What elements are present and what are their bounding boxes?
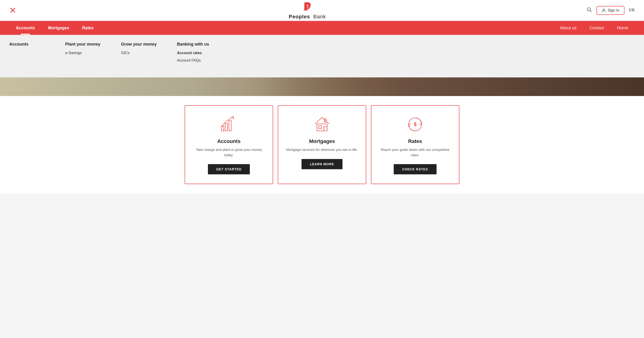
dropdown-col-banking: Banking with us Account rates Account FA… (177, 42, 214, 66)
dropdown-item-account-faqs[interactable]: Account FAQs (177, 58, 214, 62)
svg-point-3 (603, 9, 605, 11)
dropdown-title-accounts: Accounts (9, 42, 46, 47)
header: ✕ 𝐏 Peoples Bank Sign In FR (0, 0, 644, 21)
dropdown-title-grow: Grow your money (121, 42, 158, 47)
dropdown-col-plant: Plant your money e-Savings (65, 42, 102, 66)
logo-bold: Peoples (289, 14, 310, 19)
language-toggle[interactable]: FR (629, 8, 635, 13)
mortgages-card-title: Mortgages (309, 138, 335, 144)
dropdown-title-plant: Plant your money (65, 42, 102, 47)
dropdown-col-accounts: Accounts (9, 42, 46, 66)
navbar-left: Accounts Mortgages Rates (9, 21, 100, 35)
check-rates-button[interactable]: CHECK RATES (394, 164, 436, 174)
card-rates: $ Rates Reach your goals faster with our… (371, 105, 459, 184)
nav-rates[interactable]: Rates (76, 21, 100, 35)
hero-image (0, 77, 644, 96)
logo-icon: 𝐏 (301, 1, 314, 13)
logo-text: Peoples Bank (289, 14, 326, 20)
card-accounts: Accounts Take charge and plant or grow y… (185, 105, 273, 184)
accounts-card-icon (220, 115, 238, 134)
dropdown-title-banking: Banking with us (177, 42, 214, 47)
mortgages-card-icon (313, 115, 331, 134)
close-icon[interactable]: ✕ (9, 5, 16, 15)
hero-overlay (258, 77, 644, 96)
svg-rect-9 (319, 126, 322, 129)
search-icon[interactable] (587, 7, 592, 14)
card-mortgages: Mortgages Mortgage services for wherever… (278, 105, 366, 184)
cards-section: Accounts Take charge and plant or grow y… (0, 96, 644, 193)
svg-line-2 (590, 10, 592, 12)
get-started-button[interactable]: GET STARTED (208, 164, 250, 174)
nav-mortgages[interactable]: Mortgages (42, 21, 76, 35)
signin-label: Sign In (608, 8, 619, 12)
user-icon (602, 8, 606, 12)
dropdown-item-gics[interactable]: GICs (121, 51, 158, 55)
svg-rect-7 (317, 124, 327, 131)
svg-rect-4 (222, 126, 224, 131)
nav-about[interactable]: About us (554, 21, 583, 35)
svg-rect-6 (229, 121, 231, 131)
accounts-card-desc: Take charge and plant or grow your money… (192, 147, 266, 158)
nav-accounts[interactable]: Accounts (9, 21, 42, 35)
rates-card-icon: $ (406, 115, 424, 134)
navbar: Accounts Mortgages Rates About us Contac… (0, 21, 644, 35)
svg-text:𝐏: 𝐏 (304, 1, 311, 13)
dropdown-col-grow: Grow your money GICs (121, 42, 158, 66)
learn-more-button[interactable]: LEARN MORE (302, 159, 342, 169)
nav-home[interactable]: Home (610, 21, 635, 35)
rates-card-desc: Reach your goals faster with our competi… (378, 147, 452, 158)
mortgages-card-desc: Mortgage services for wherever you are i… (286, 147, 358, 153)
logo-light: Bank (314, 14, 326, 19)
svg-text:$: $ (414, 121, 416, 127)
logo: 𝐏 Peoples Bank (289, 1, 326, 20)
navbar-right: About us Contact Home (554, 21, 635, 35)
svg-rect-8 (324, 127, 327, 131)
nav-contact[interactable]: Contact (583, 21, 610, 35)
dropdown-menu: Accounts Plant your money e-Savings Grow… (0, 35, 644, 77)
header-left: ✕ (9, 5, 28, 15)
signin-button[interactable]: Sign In (596, 6, 624, 15)
header-right: Sign In FR (587, 6, 635, 15)
svg-rect-5 (225, 123, 228, 131)
dropdown-item-esavings[interactable]: e-Savings (65, 51, 102, 55)
dropdown-item-account-rates[interactable]: Account rates (177, 51, 214, 55)
accounts-card-title: Accounts (217, 138, 240, 144)
rates-card-title: Rates (408, 138, 422, 144)
